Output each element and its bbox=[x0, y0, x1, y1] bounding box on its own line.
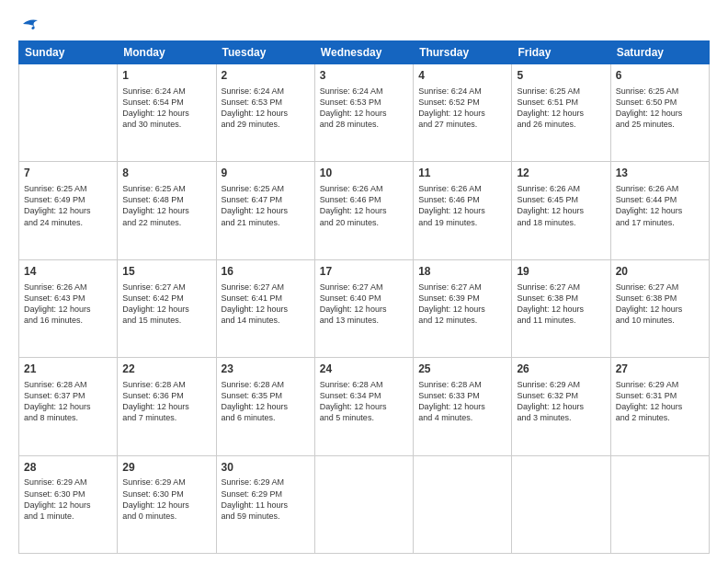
cell-content: Sunrise: 6:29 AM Sunset: 6:32 PM Dayligh… bbox=[517, 379, 605, 424]
day-number: 27 bbox=[616, 362, 704, 377]
day-number: 21 bbox=[24, 362, 112, 377]
cell-content: Sunrise: 6:24 AM Sunset: 6:54 PM Dayligh… bbox=[122, 86, 210, 131]
day-number: 30 bbox=[222, 460, 310, 476]
calendar-day-header: Tuesday bbox=[216, 41, 314, 64]
calendar-week-row: 1Sunrise: 6:24 AM Sunset: 6:54 PM Daylig… bbox=[19, 64, 710, 162]
cell-content: Sunrise: 6:29 AM Sunset: 6:29 PM Dayligh… bbox=[222, 477, 310, 522]
calendar-cell: 12Sunrise: 6:26 AM Sunset: 6:45 PM Dayli… bbox=[512, 162, 610, 259]
calendar-cell: 25Sunrise: 6:28 AM Sunset: 6:33 PM Dayli… bbox=[414, 358, 512, 455]
header bbox=[18, 17, 710, 31]
calendar-cell bbox=[414, 455, 512, 553]
calendar-cell: 29Sunrise: 6:29 AM Sunset: 6:30 PM Dayli… bbox=[118, 455, 216, 553]
cell-content: Sunrise: 6:26 AM Sunset: 6:43 PM Dayligh… bbox=[24, 282, 112, 327]
calendar-day-header: Thursday bbox=[414, 41, 512, 64]
day-number: 28 bbox=[24, 460, 112, 476]
calendar-cell: 22Sunrise: 6:28 AM Sunset: 6:36 PM Dayli… bbox=[118, 358, 216, 455]
calendar-cell: 13Sunrise: 6:26 AM Sunset: 6:44 PM Dayli… bbox=[610, 162, 709, 259]
cell-content: Sunrise: 6:25 AM Sunset: 6:47 PM Dayligh… bbox=[222, 183, 310, 228]
calendar-cell: 5Sunrise: 6:25 AM Sunset: 6:51 PM Daylig… bbox=[512, 64, 610, 162]
calendar-cell: 21Sunrise: 6:28 AM Sunset: 6:37 PM Dayli… bbox=[19, 358, 118, 455]
day-number: 24 bbox=[320, 362, 408, 377]
calendar-cell bbox=[314, 455, 413, 553]
calendar-day-header: Saturday bbox=[610, 41, 709, 64]
cell-content: Sunrise: 6:28 AM Sunset: 6:33 PM Dayligh… bbox=[418, 379, 506, 424]
cell-content: Sunrise: 6:27 AM Sunset: 6:38 PM Dayligh… bbox=[616, 282, 704, 327]
cell-content: Sunrise: 6:27 AM Sunset: 6:42 PM Dayligh… bbox=[122, 282, 210, 327]
calendar-week-row: 14Sunrise: 6:26 AM Sunset: 6:43 PM Dayli… bbox=[19, 259, 710, 357]
calendar-cell: 7Sunrise: 6:25 AM Sunset: 6:49 PM Daylig… bbox=[19, 162, 118, 259]
cell-content: Sunrise: 6:25 AM Sunset: 6:49 PM Dayligh… bbox=[24, 183, 112, 228]
calendar-week-row: 28Sunrise: 6:29 AM Sunset: 6:30 PM Dayli… bbox=[19, 455, 710, 553]
calendar-day-header: Sunday bbox=[19, 41, 118, 64]
cell-content: Sunrise: 6:28 AM Sunset: 6:35 PM Dayligh… bbox=[222, 379, 310, 424]
day-number: 9 bbox=[222, 166, 310, 181]
day-number: 11 bbox=[418, 166, 506, 181]
day-number: 18 bbox=[418, 264, 506, 280]
day-number: 3 bbox=[320, 68, 408, 84]
day-number: 8 bbox=[122, 166, 210, 181]
calendar-cell bbox=[512, 455, 610, 553]
calendar-cell bbox=[610, 455, 709, 553]
calendar-header-row: SundayMondayTuesdayWednesdayThursdayFrid… bbox=[19, 41, 710, 64]
calendar-cell: 10Sunrise: 6:26 AM Sunset: 6:46 PM Dayli… bbox=[314, 162, 413, 259]
calendar-table: SundayMondayTuesdayWednesdayThursdayFrid… bbox=[18, 40, 710, 554]
day-number: 29 bbox=[122, 460, 210, 476]
cell-content: Sunrise: 6:29 AM Sunset: 6:31 PM Dayligh… bbox=[616, 379, 704, 424]
logo bbox=[18, 17, 40, 31]
page: SundayMondayTuesdayWednesdayThursdayFrid… bbox=[0, 0, 728, 563]
calendar-cell: 6Sunrise: 6:25 AM Sunset: 6:50 PM Daylig… bbox=[610, 64, 709, 162]
calendar-cell: 2Sunrise: 6:24 AM Sunset: 6:53 PM Daylig… bbox=[216, 64, 314, 162]
cell-content: Sunrise: 6:26 AM Sunset: 6:44 PM Dayligh… bbox=[616, 183, 704, 228]
calendar-cell: 11Sunrise: 6:26 AM Sunset: 6:46 PM Dayli… bbox=[414, 162, 512, 259]
day-number: 26 bbox=[517, 362, 605, 377]
cell-content: Sunrise: 6:26 AM Sunset: 6:46 PM Dayligh… bbox=[320, 183, 408, 228]
calendar-day-header: Friday bbox=[512, 41, 610, 64]
cell-content: Sunrise: 6:27 AM Sunset: 6:39 PM Dayligh… bbox=[418, 282, 506, 327]
calendar-cell bbox=[19, 64, 118, 162]
calendar-cell: 15Sunrise: 6:27 AM Sunset: 6:42 PM Dayli… bbox=[118, 259, 216, 357]
day-number: 2 bbox=[222, 68, 310, 84]
cell-content: Sunrise: 6:26 AM Sunset: 6:46 PM Dayligh… bbox=[418, 183, 506, 228]
day-number: 5 bbox=[517, 68, 605, 84]
cell-content: Sunrise: 6:24 AM Sunset: 6:53 PM Dayligh… bbox=[222, 86, 310, 131]
calendar-week-row: 21Sunrise: 6:28 AM Sunset: 6:37 PM Dayli… bbox=[19, 358, 710, 455]
day-number: 16 bbox=[222, 264, 310, 280]
day-number: 22 bbox=[122, 362, 210, 377]
day-number: 23 bbox=[222, 362, 310, 377]
cell-content: Sunrise: 6:29 AM Sunset: 6:30 PM Dayligh… bbox=[122, 477, 210, 522]
day-number: 15 bbox=[122, 264, 210, 280]
calendar-cell: 9Sunrise: 6:25 AM Sunset: 6:47 PM Daylig… bbox=[216, 162, 314, 259]
day-number: 14 bbox=[24, 264, 112, 280]
calendar-cell: 26Sunrise: 6:29 AM Sunset: 6:32 PM Dayli… bbox=[512, 358, 610, 455]
cell-content: Sunrise: 6:24 AM Sunset: 6:52 PM Dayligh… bbox=[418, 86, 506, 131]
cell-content: Sunrise: 6:27 AM Sunset: 6:41 PM Dayligh… bbox=[222, 282, 310, 327]
day-number: 12 bbox=[517, 166, 605, 181]
cell-content: Sunrise: 6:25 AM Sunset: 6:51 PM Dayligh… bbox=[517, 86, 605, 131]
day-number: 6 bbox=[616, 68, 704, 84]
day-number: 19 bbox=[517, 264, 605, 280]
calendar-cell: 30Sunrise: 6:29 AM Sunset: 6:29 PM Dayli… bbox=[216, 455, 314, 553]
day-number: 17 bbox=[320, 264, 408, 280]
cell-content: Sunrise: 6:25 AM Sunset: 6:50 PM Dayligh… bbox=[616, 86, 704, 131]
calendar-cell: 19Sunrise: 6:27 AM Sunset: 6:38 PM Dayli… bbox=[512, 259, 610, 357]
day-number: 10 bbox=[320, 166, 408, 181]
cell-content: Sunrise: 6:29 AM Sunset: 6:30 PM Dayligh… bbox=[24, 477, 112, 522]
calendar-cell: 3Sunrise: 6:24 AM Sunset: 6:53 PM Daylig… bbox=[314, 64, 413, 162]
day-number: 20 bbox=[616, 264, 704, 280]
calendar-cell: 8Sunrise: 6:25 AM Sunset: 6:48 PM Daylig… bbox=[118, 162, 216, 259]
calendar-day-header: Wednesday bbox=[314, 41, 413, 64]
calendar-cell: 4Sunrise: 6:24 AM Sunset: 6:52 PM Daylig… bbox=[414, 64, 512, 162]
cell-content: Sunrise: 6:27 AM Sunset: 6:40 PM Dayligh… bbox=[320, 282, 408, 327]
calendar-cell: 17Sunrise: 6:27 AM Sunset: 6:40 PM Dayli… bbox=[314, 259, 413, 357]
calendar-week-row: 7Sunrise: 6:25 AM Sunset: 6:49 PM Daylig… bbox=[19, 162, 710, 259]
calendar-cell: 18Sunrise: 6:27 AM Sunset: 6:39 PM Dayli… bbox=[414, 259, 512, 357]
calendar-cell: 14Sunrise: 6:26 AM Sunset: 6:43 PM Dayli… bbox=[19, 259, 118, 357]
calendar-cell: 1Sunrise: 6:24 AM Sunset: 6:54 PM Daylig… bbox=[118, 64, 216, 162]
calendar-cell: 28Sunrise: 6:29 AM Sunset: 6:30 PM Dayli… bbox=[19, 455, 118, 553]
logo-bird-icon bbox=[21, 17, 40, 31]
cell-content: Sunrise: 6:28 AM Sunset: 6:34 PM Dayligh… bbox=[320, 379, 408, 424]
calendar-cell: 20Sunrise: 6:27 AM Sunset: 6:38 PM Dayli… bbox=[610, 259, 709, 357]
day-number: 13 bbox=[616, 166, 704, 181]
cell-content: Sunrise: 6:24 AM Sunset: 6:53 PM Dayligh… bbox=[320, 86, 408, 131]
calendar-cell: 23Sunrise: 6:28 AM Sunset: 6:35 PM Dayli… bbox=[216, 358, 314, 455]
